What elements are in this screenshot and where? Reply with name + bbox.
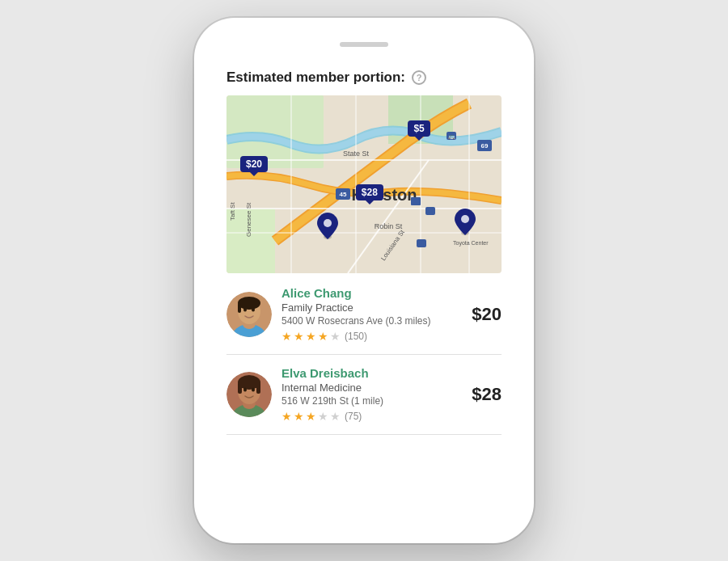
- doctor-card-elva[interactable]: Elva Dreisbach Internal Medicine 516 W 2…: [226, 355, 502, 435]
- svg-text:Toyota Center: Toyota Center: [453, 240, 489, 247]
- svg-rect-46: [238, 382, 242, 394]
- doctor-price-alice: $20: [472, 304, 502, 325]
- doctor-avatar-elva: [226, 372, 272, 417]
- svg-rect-22: [417, 239, 426, 247]
- svg-text:🚌: 🚌: [448, 133, 455, 140]
- doctor-info-elva: Elva Dreisbach Internal Medicine 516 W 2…: [281, 366, 462, 423]
- svg-point-37: [238, 297, 260, 310]
- star-e3: ★: [306, 410, 316, 423]
- star-5: ★: [330, 330, 341, 343]
- svg-rect-38: [238, 303, 241, 313]
- review-count-elva: (75): [345, 411, 362, 422]
- star-1: ★: [281, 330, 292, 343]
- svg-text:Taft St: Taft St: [229, 202, 236, 221]
- svg-text:Robin St: Robin St: [375, 222, 403, 230]
- star-4: ★: [318, 330, 328, 343]
- svg-rect-47: [256, 382, 260, 394]
- svg-point-32: [461, 215, 469, 223]
- svg-point-39: [243, 308, 247, 312]
- svg-text:State St: State St: [343, 150, 370, 158]
- page-title: Estimated member portion:: [226, 70, 405, 86]
- doctor-card-alice[interactable]: Alice Chang Family Practice 5400 W Rosec…: [226, 275, 502, 355]
- star-e5: ★: [330, 410, 341, 423]
- doctor-avatar-alice: [226, 292, 272, 337]
- price-pin-28[interactable]: $28: [356, 184, 383, 200]
- stars-alice: ★ ★ ★ ★ ★ (150): [281, 330, 462, 343]
- phone-content: Estimated member portion: ?: [226, 61, 502, 519]
- doctor-specialty-alice: Family Practice: [281, 302, 462, 314]
- star-2: ★: [294, 330, 304, 343]
- phone-speaker: [340, 42, 388, 47]
- star-e4: ★: [318, 410, 328, 423]
- doctor-address-elva: 516 W 219th St (1 mile): [281, 395, 462, 407]
- doctor-address-alice: 5400 W Rosecrans Ave (0.3 miles): [281, 315, 462, 327]
- svg-point-30: [324, 219, 332, 227]
- svg-rect-28: [411, 197, 421, 205]
- star-3: ★: [306, 330, 316, 343]
- doctor-name-elva: Elva Dreisbach: [281, 366, 462, 380]
- stars-elva: ★ ★ ★ ★ ★ (75): [281, 410, 462, 423]
- price-pin-20[interactable]: $20: [240, 156, 268, 172]
- doctors-list: Alice Chang Family Practice 5400 W Rosec…: [226, 275, 502, 519]
- doctor-specialty-elva: Internal Medicine: [281, 382, 462, 394]
- info-icon[interactable]: ?: [412, 70, 426, 85]
- svg-text:69: 69: [481, 142, 489, 150]
- phone-frame: Estimated member portion: ?: [194, 18, 534, 543]
- svg-point-48: [243, 388, 247, 392]
- svg-point-49: [252, 388, 255, 392]
- doctor-info-alice: Alice Chang Family Practice 5400 W Rosec…: [281, 286, 462, 343]
- star-e1: ★: [281, 410, 292, 423]
- map-container[interactable]: State St Robin St Taft St Genesee St Lou…: [226, 95, 502, 273]
- doctor-name-alice: Alice Chang: [281, 286, 462, 300]
- review-count-alice: (150): [345, 331, 367, 342]
- header-section: Estimated member portion: ?: [226, 61, 502, 95]
- doctor-price-elva: $28: [472, 384, 502, 405]
- svg-text:Genesee St: Genesee St: [245, 202, 252, 237]
- price-pin-5[interactable]: $5: [408, 120, 430, 137]
- svg-point-40: [252, 308, 255, 312]
- svg-rect-20: [425, 207, 435, 215]
- svg-text:45: 45: [340, 191, 347, 198]
- star-e2: ★: [294, 410, 304, 423]
